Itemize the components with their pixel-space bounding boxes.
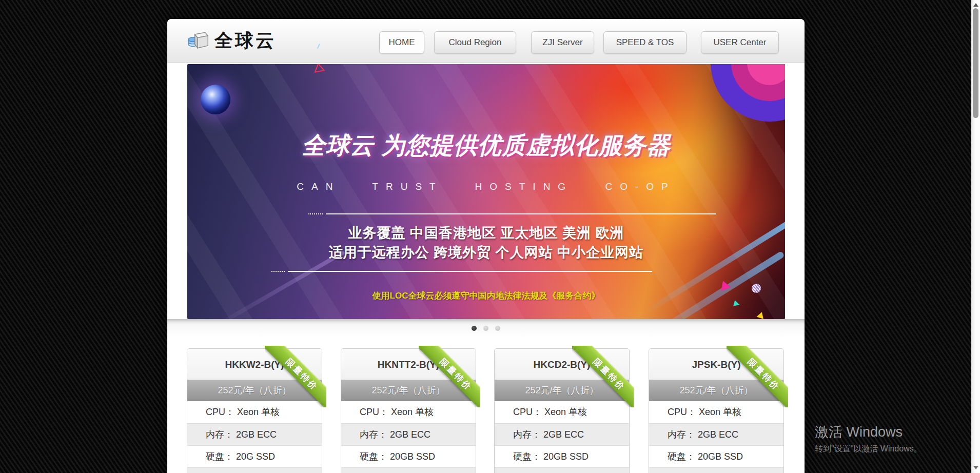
browser-scrollbar[interactable] xyxy=(971,0,980,473)
plan-card[interactable]: 限量特价 HKNTT2-B(Y) 252元/年（八折） CPU：Xeon 单核 … xyxy=(341,348,476,473)
spec-row-cpu: CPU：Xeon 单核 xyxy=(187,401,322,423)
spec-row-cpu: CPU：Xeon 单核 xyxy=(495,401,629,423)
spec-value: 2GB ECC xyxy=(698,429,738,440)
nav-button-user-center[interactable]: USER Center xyxy=(701,31,779,54)
spec-row-disk: 硬盘：20G SSD xyxy=(187,445,322,467)
spec-label: 硬盘： xyxy=(360,451,387,462)
carousel-strip xyxy=(167,319,805,337)
spec-value: Xeon 单核 xyxy=(544,407,587,417)
spec-row-ram: 内存：2GB ECC xyxy=(341,423,476,445)
plan-price: 252元/年（八折） xyxy=(341,380,476,401)
banner-coverage: 业务覆盖 中国香港地区 亚太地区 美洲 欧洲 xyxy=(187,224,785,242)
spec-label: 内存： xyxy=(206,429,233,440)
spec-value: 2GB ECC xyxy=(390,429,430,440)
site-header: 全球云 HOME Cloud Region ZJI Server SPEED &… xyxy=(167,19,805,63)
spec-value: 20G SSD xyxy=(236,451,275,462)
nav-button-speed-tos[interactable]: SPEED & TOS xyxy=(603,31,687,54)
banner-usecases: 适用于远程办公 跨境外贸 个人网站 中小企业网站 xyxy=(187,243,785,262)
plan-name: HKCD2-B(Y) xyxy=(495,349,629,380)
carousel-dot-3[interactable] xyxy=(495,326,500,331)
spec-row-ram: 内存：2GB ECC xyxy=(187,423,322,445)
spec-row-partial xyxy=(495,467,629,473)
spec-value: 20GB SSD xyxy=(698,451,743,462)
corner-rings-decoration xyxy=(708,64,785,131)
divider-dash xyxy=(308,213,323,214)
carousel-dot-2[interactable] xyxy=(483,326,488,331)
carousel-dot-1[interactable] xyxy=(472,326,477,331)
nav-button-cloud-region[interactable]: Cloud Region xyxy=(434,31,516,54)
watermark-title: 激活 Windows xyxy=(815,423,922,441)
plan-name: HKKW2-B(Y) xyxy=(187,349,322,380)
website-page: 全球云 HOME Cloud Region ZJI Server SPEED &… xyxy=(167,19,805,473)
spec-value: 20GB SSD xyxy=(543,451,589,462)
spec-row-cpu: CPU：Xeon 单核 xyxy=(341,401,476,423)
spec-label: 内存： xyxy=(513,429,541,440)
banner-disclaimer: 使用LOC全球云必须遵守中国内地法律法规及《服务合约》 xyxy=(187,290,785,302)
divider-line xyxy=(326,213,716,214)
spec-label: CPU： xyxy=(668,407,696,417)
scrollbar-thumb[interactable] xyxy=(973,8,978,118)
spec-value: 20GB SSD xyxy=(390,451,435,462)
spec-value: Xeon 单核 xyxy=(699,407,741,417)
desktop-screen: 全球云 HOME Cloud Region ZJI Server SPEED &… xyxy=(0,0,980,473)
hero-banner[interactable]: 全球云 为您提供优质虚拟化服务器 CAN TRUST HOSTING CO-OP… xyxy=(187,64,785,319)
spec-row-cpu: CPU：Xeon 单核 xyxy=(649,401,783,423)
divider-dash xyxy=(271,271,285,272)
spec-label: CPU： xyxy=(513,407,542,417)
spec-row-ram: 内存：2GB ECC xyxy=(495,423,629,445)
spec-row-disk: 硬盘：20GB SSD xyxy=(495,445,629,467)
yellow-triangle-decoration xyxy=(756,311,765,319)
scrollbar-down-arrow-icon[interactable] xyxy=(973,466,978,469)
divider-line xyxy=(288,271,652,272)
spec-label: 硬盘： xyxy=(206,451,233,462)
site-logo[interactable]: 全球云 xyxy=(187,28,276,53)
watermark-subtitle: 转到"设置"以激活 Windows。 xyxy=(815,444,922,455)
spec-value: 2GB ECC xyxy=(236,429,277,440)
plan-card[interactable]: 限量特价 HKCD2-B(Y) 252元/年（八折） CPU：Xeon 单核 内… xyxy=(494,348,630,473)
spec-value: Xeon 单核 xyxy=(391,407,434,417)
plan-card[interactable]: 限量特价 HKKW2-B(Y) 252元/年（八折） CPU：Xeon 单核 内… xyxy=(187,348,322,473)
red-triangle-decoration xyxy=(312,64,326,76)
spec-label: 硬盘： xyxy=(668,451,695,462)
spec-row-disk: 硬盘：20GB SSD xyxy=(649,445,783,467)
plan-name: JPSK-B(Y) xyxy=(649,349,783,380)
banner-subline: CAN TRUST HOSTING CO-OP xyxy=(187,181,785,192)
plan-price: 252元/年（八折） xyxy=(187,380,322,401)
spec-label: CPU： xyxy=(206,407,234,417)
spec-value: 2GB ECC xyxy=(543,429,584,440)
spec-label: 硬盘： xyxy=(513,451,541,462)
spec-row-disk: 硬盘：20GB SSD xyxy=(341,445,476,467)
spec-label: CPU： xyxy=(360,407,388,417)
nav-button-zji-server[interactable]: ZJI Server xyxy=(531,31,594,54)
spec-label: 内存： xyxy=(668,429,695,440)
blue-sphere-decoration xyxy=(201,85,230,114)
spec-label: 内存： xyxy=(360,429,387,440)
brand-name: 全球云 xyxy=(214,28,276,53)
spec-row-partial xyxy=(187,467,322,473)
windows-activation-watermark: 激活 Windows 转到"设置"以激活 Windows。 xyxy=(815,423,922,455)
plan-card[interactable]: 限量特价 JPSK-B(Y) 252元/年（八折） CPU：Xeon 单核 内存… xyxy=(649,348,784,473)
spec-value: Xeon 单核 xyxy=(237,407,280,417)
decor-blue-tick xyxy=(317,44,320,49)
spec-row-partial xyxy=(341,467,476,473)
plan-price: 252元/年（八折） xyxy=(495,380,629,401)
nav-button-home[interactable]: HOME xyxy=(379,31,424,54)
spec-row-ram: 内存：2GB ECC xyxy=(649,423,783,445)
plan-name: HKNTT2-B(Y) xyxy=(341,349,476,380)
scrollbar-up-arrow-icon[interactable] xyxy=(973,3,978,7)
cloud-cube-logo-icon xyxy=(187,29,209,53)
plan-price: 252元/年（八折） xyxy=(649,380,783,401)
spec-row-partial xyxy=(649,467,783,473)
banner-headline: 全球云 为您提供优质虚拟化服务器 xyxy=(187,130,785,162)
